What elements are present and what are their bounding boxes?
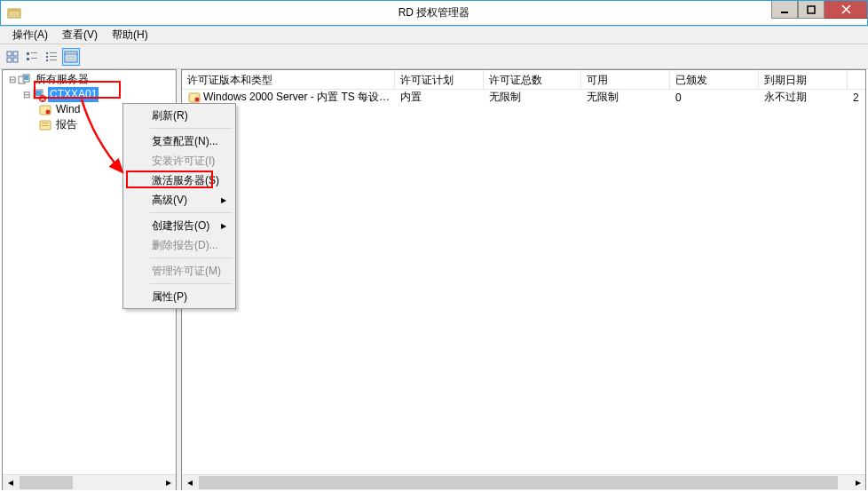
- menu-view[interactable]: 查看(V): [55, 26, 105, 44]
- svg-rect-26: [24, 75, 28, 80]
- cell-license-program: 内置: [395, 90, 484, 105]
- scroll-right-icon[interactable]: ▸: [850, 475, 865, 490]
- ctx-review-config[interactable]: 复查配置(N)...: [125, 131, 233, 151]
- view-details-button[interactable]: [62, 48, 80, 66]
- ctx-activate-server[interactable]: 激活服务器(S): [125, 171, 233, 190]
- col-issued[interactable]: 已颁发: [670, 70, 759, 89]
- app-icon: [7, 6, 21, 20]
- svg-rect-4: [7, 52, 12, 56]
- svg-rect-17: [50, 60, 57, 60]
- license-icon: [38, 103, 52, 117]
- ctx-advanced[interactable]: 高级(V): [125, 190, 233, 210]
- cell-available: 无限制: [581, 90, 670, 105]
- ctx-separator: [150, 283, 233, 284]
- ctx-manage-license: 管理许可证(M): [125, 261, 233, 281]
- menu-help[interactable]: 帮助(H): [105, 26, 155, 44]
- svg-rect-13: [50, 52, 57, 53]
- svg-rect-34: [42, 125, 49, 126]
- tree-child-label: Wind: [54, 102, 82, 117]
- col-license-version[interactable]: 许可证版本和类型: [182, 70, 395, 89]
- ctx-properties[interactable]: 属性(P): [125, 287, 233, 306]
- svg-rect-7: [13, 58, 18, 62]
- window-controls: [771, 1, 867, 19]
- col-license-total[interactable]: 许可证总数: [484, 70, 581, 89]
- svg-rect-6: [7, 58, 12, 62]
- svg-rect-9: [31, 52, 37, 53]
- tree-root-all-servers[interactable]: ⊟ 所有服务器: [3, 72, 176, 87]
- list-body[interactable]: Windows 2000 Server - 内置 TS 每设… 内置 无限制 无…: [182, 90, 865, 474]
- scroll-left-icon[interactable]: ◂: [182, 475, 197, 490]
- view-small-icons-button[interactable]: [23, 48, 41, 66]
- svg-rect-5: [13, 52, 18, 56]
- svg-rect-10: [27, 58, 29, 60]
- ctx-refresh[interactable]: 刷新(R): [125, 106, 233, 125]
- scroll-right-icon[interactable]: ▸: [161, 475, 176, 490]
- toolbar: [0, 44, 868, 69]
- tree-hscrollbar[interactable]: ◂ ▸: [3, 474, 176, 489]
- ctx-separator: [150, 258, 233, 258]
- tree-server-label: CTXXA01: [48, 87, 99, 102]
- window-title: RD 授权管理器: [398, 5, 470, 20]
- ctx-separator: [150, 212, 233, 213]
- scroll-track[interactable]: [18, 475, 161, 490]
- title-bar: RD 授权管理器: [0, 0, 868, 27]
- scroll-thumb[interactable]: [20, 476, 73, 489]
- col-available[interactable]: 可用: [581, 70, 670, 89]
- list-hscrollbar[interactable]: ◂ ▸: [182, 474, 865, 489]
- svg-rect-28: [35, 91, 42, 96]
- svg-point-31: [46, 109, 51, 114]
- ctx-separator: [150, 128, 233, 129]
- report-icon: [38, 118, 52, 132]
- svg-rect-2: [781, 12, 788, 13]
- cell-expiry: 永不过期: [759, 90, 848, 105]
- menu-action[interactable]: 操作(A): [5, 26, 55, 44]
- close-button[interactable]: [825, 1, 867, 19]
- menu-bar: 操作(A) 查看(V) 帮助(H): [0, 27, 868, 44]
- cell-license-total: 无限制: [484, 90, 581, 105]
- list-headers: 许可证版本和类型 许可证计划 许可证总数 可用 已颁发 到期日期: [182, 70, 865, 90]
- ctx-install-license: 安装许可证(I): [125, 151, 233, 171]
- svg-rect-15: [50, 56, 57, 57]
- context-menu: 刷新(R) 复查配置(N)... 安装许可证(I) 激活服务器(S) 高级(V)…: [122, 103, 236, 309]
- tree-child-label: 报告: [54, 117, 79, 132]
- maximize-button[interactable]: [798, 1, 825, 19]
- svg-rect-16: [46, 60, 48, 61]
- ctx-create-report[interactable]: 创建报告(O): [125, 216, 233, 235]
- view-large-icons-button[interactable]: [4, 48, 21, 66]
- col-license-program[interactable]: 许可证计划: [395, 70, 484, 89]
- minimize-button[interactable]: [771, 1, 798, 19]
- server-error-icon: [32, 88, 46, 102]
- svg-rect-3: [808, 6, 815, 13]
- servers-icon: [18, 73, 32, 87]
- scroll-thumb[interactable]: [199, 476, 838, 489]
- svg-rect-1: [8, 9, 20, 12]
- svg-rect-33: [42, 123, 49, 123]
- svg-rect-12: [46, 52, 48, 54]
- scroll-left-icon[interactable]: ◂: [3, 475, 18, 490]
- svg-rect-8: [27, 52, 29, 55]
- collapse-icon[interactable]: ⊟: [7, 75, 17, 84]
- tree-root-label: 所有服务器: [34, 72, 91, 87]
- svg-rect-14: [46, 56, 48, 58]
- cell-issued: 0: [670, 91, 759, 104]
- list-row[interactable]: Windows 2000 Server - 内置 TS 每设… 内置 无限制 无…: [182, 90, 865, 105]
- tree-server-ctxxa01[interactable]: ⊟ CTXXA01: [3, 87, 176, 102]
- list-pane: 许可证版本和类型 许可证计划 许可证总数 可用 已颁发 到期日期 Windows…: [181, 69, 866, 490]
- svg-point-36: [195, 97, 200, 101]
- view-list-button[interactable]: [43, 48, 60, 66]
- cell-extra: 2: [848, 91, 865, 104]
- col-expiry[interactable]: 到期日期: [759, 70, 848, 89]
- scroll-track[interactable]: [197, 475, 850, 490]
- collapse-icon[interactable]: ⊟: [21, 90, 31, 99]
- svg-rect-11: [31, 58, 37, 59]
- ctx-delete-report: 删除报告(D)...: [125, 235, 233, 255]
